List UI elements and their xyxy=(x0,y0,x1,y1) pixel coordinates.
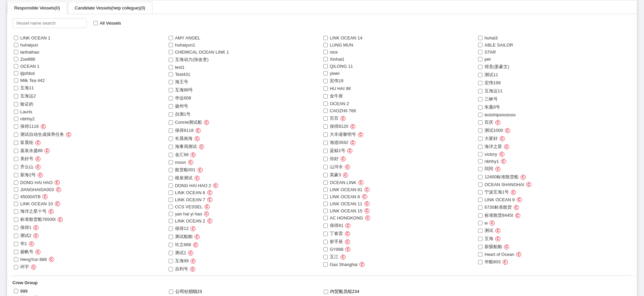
vessel-checkbox[interactable] xyxy=(14,226,18,230)
vessel-checkbox[interactable] xyxy=(14,102,18,107)
vessel-checkbox[interactable] xyxy=(14,202,18,206)
crew-checkbox[interactable] xyxy=(14,289,18,293)
vessel-checkbox[interactable] xyxy=(14,180,18,185)
vessel-checkbox[interactable] xyxy=(323,202,328,206)
vessel-checkbox[interactable] xyxy=(323,216,328,220)
vessel-checkbox[interactable] xyxy=(478,229,482,233)
vessel-checkbox[interactable] xyxy=(169,259,173,263)
vessel-checkbox[interactable] xyxy=(14,195,18,199)
all-vessels-label[interactable]: All Vessels xyxy=(93,21,121,26)
vessel-checkbox[interactable] xyxy=(323,64,328,68)
crew-checkbox[interactable] xyxy=(324,290,328,294)
vessel-checkbox[interactable] xyxy=(14,124,18,129)
vessel-checkbox[interactable] xyxy=(14,94,18,98)
vessel-checkbox[interactable] xyxy=(169,120,173,125)
vessel-checkbox[interactable] xyxy=(169,112,173,117)
vessel-checkbox[interactable] xyxy=(169,219,173,223)
vessel-checkbox[interactable] xyxy=(169,128,173,133)
vessel-checkbox[interactable] xyxy=(323,79,328,83)
vessel-checkbox[interactable] xyxy=(14,173,18,177)
vessel-checkbox[interactable] xyxy=(323,71,328,76)
vessel-checkbox[interactable] xyxy=(169,227,173,231)
vessel-checkbox[interactable] xyxy=(478,50,482,54)
vessel-checkbox[interactable] xyxy=(478,120,482,125)
vessel-checkbox[interactable] xyxy=(323,86,328,91)
vessel-checkbox[interactable] xyxy=(478,57,482,61)
vessel-checkbox[interactable] xyxy=(323,262,328,267)
vessel-checkbox[interactable] xyxy=(323,109,328,113)
vessel-checkbox[interactable] xyxy=(323,149,328,153)
vessel-checkbox[interactable] xyxy=(478,159,482,164)
vessel-checkbox[interactable] xyxy=(169,58,173,62)
vessel-checkbox[interactable] xyxy=(478,152,482,156)
vessel-checkbox[interactable] xyxy=(478,65,482,69)
vessel-checkbox[interactable] xyxy=(14,157,18,161)
vessel-checkbox[interactable] xyxy=(169,137,173,141)
vessel-checkbox[interactable] xyxy=(323,165,328,169)
vessel-checkbox[interactable] xyxy=(478,43,482,47)
vessel-checkbox[interactable] xyxy=(169,267,173,271)
vessel-checkbox[interactable] xyxy=(323,43,328,47)
vessel-checkbox[interactable] xyxy=(169,235,173,239)
vessel-checkbox[interactable] xyxy=(14,242,18,246)
vessel-checkbox[interactable] xyxy=(478,97,482,101)
vessel-checkbox[interactable] xyxy=(323,255,328,259)
vessel-checkbox[interactable] xyxy=(478,221,482,225)
all-vessels-checkbox[interactable] xyxy=(93,21,98,25)
vessel-checkbox[interactable] xyxy=(14,250,18,254)
vessel-checkbox[interactable] xyxy=(169,243,173,247)
vessel-checkbox[interactable] xyxy=(323,132,328,137)
vessel-checkbox[interactable] xyxy=(14,43,18,47)
vessel-checkbox[interactable] xyxy=(14,265,18,269)
vessel-checkbox[interactable] xyxy=(478,182,482,187)
vessel-checkbox[interactable] xyxy=(14,50,18,54)
search-input[interactable] xyxy=(12,18,87,28)
vessel-checkbox[interactable] xyxy=(169,176,173,180)
vessel-checkbox[interactable] xyxy=(323,94,328,98)
vessel-checkbox[interactable] xyxy=(169,205,173,209)
vessel-checkbox[interactable] xyxy=(323,224,328,228)
vessel-checkbox[interactable] xyxy=(323,247,328,251)
vessel-checkbox[interactable] xyxy=(169,50,173,54)
vessel-checkbox[interactable] xyxy=(14,187,18,192)
vessel-checkbox[interactable] xyxy=(478,137,482,141)
vessel-checkbox[interactable] xyxy=(14,64,18,68)
vessel-checkbox[interactable] xyxy=(169,72,173,77)
vessel-checkbox[interactable] xyxy=(169,88,173,92)
vessel-checkbox[interactable] xyxy=(323,232,328,236)
tab-responsible-vessels[interactable]: Responsible Vessels(0) xyxy=(7,2,67,14)
vessel-checkbox[interactable] xyxy=(323,173,328,177)
vessel-checkbox[interactable] xyxy=(14,117,18,121)
vessel-checkbox[interactable] xyxy=(14,141,18,145)
vessel-checkbox[interactable] xyxy=(169,145,173,149)
vessel-checkbox[interactable] xyxy=(323,57,328,61)
vessel-checkbox[interactable] xyxy=(169,198,173,202)
vessel-checkbox[interactable] xyxy=(478,213,482,218)
vessel-checkbox[interactable] xyxy=(14,165,18,169)
vessel-checkbox[interactable] xyxy=(14,149,18,153)
vessel-checkbox[interactable] xyxy=(169,43,173,47)
vessel-checkbox[interactable] xyxy=(323,116,328,121)
vessel-checkbox[interactable] xyxy=(478,36,482,40)
vessel-checkbox[interactable] xyxy=(169,160,173,165)
vessel-checkbox[interactable] xyxy=(478,145,482,149)
vessel-checkbox[interactable] xyxy=(169,36,173,40)
vessel-checkbox[interactable] xyxy=(323,195,328,199)
crew-checkbox[interactable] xyxy=(169,290,173,294)
vessel-checkbox[interactable] xyxy=(14,257,18,262)
vessel-checkbox[interactable] xyxy=(323,180,328,185)
vessel-checkbox[interactable] xyxy=(323,141,328,145)
vessel-checkbox[interactable] xyxy=(169,190,173,195)
vessel-checkbox[interactable] xyxy=(478,190,482,195)
vessel-checkbox[interactable] xyxy=(14,36,18,40)
vessel-checkbox[interactable] xyxy=(323,240,328,244)
vessel-checkbox[interactable] xyxy=(478,128,482,133)
vessel-checkbox[interactable] xyxy=(478,205,482,210)
vessel-checkbox[interactable] xyxy=(14,110,18,114)
vessel-checkbox[interactable] xyxy=(14,71,18,76)
vessel-checkbox[interactable] xyxy=(478,167,482,171)
vessel-checkbox[interactable] xyxy=(169,80,173,84)
vessel-checkbox[interactable] xyxy=(169,104,173,109)
vessel-checkbox[interactable] xyxy=(169,153,173,157)
vessel-checkbox[interactable] xyxy=(478,198,482,202)
